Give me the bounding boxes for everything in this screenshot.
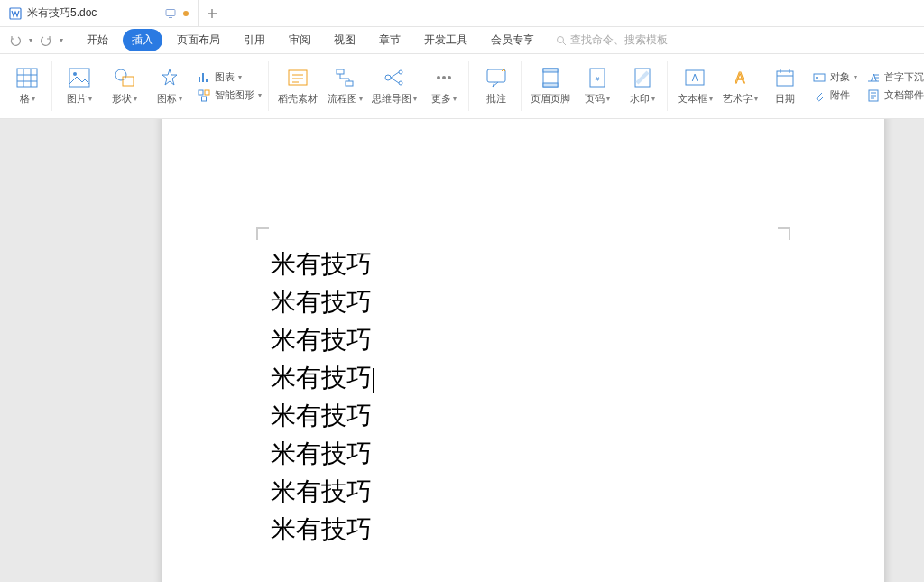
smartart-button[interactable]: 智能图形▾ — [197, 88, 262, 103]
document-line[interactable]: 米有技巧 — [271, 245, 776, 283]
menu-review[interactable]: 审阅 — [280, 29, 319, 51]
svg-point-19 — [448, 76, 451, 79]
pagenumber-button[interactable]: # 页码▾ — [579, 67, 615, 106]
watermark-label: 水印 — [630, 92, 650, 106]
document-line[interactable]: 米有技巧 — [271, 321, 776, 359]
ribbon: 格▾ 图片▾ 形状▾ 图标▾ 图表▾ — [0, 54, 924, 119]
flowchart-icon — [332, 67, 357, 88]
ribbon-group-comment: 批注 — [471, 54, 522, 118]
menu-member[interactable]: 会员专享 — [482, 29, 543, 51]
mindmap-label: 思维导图 — [372, 92, 411, 106]
template-icon — [285, 67, 310, 88]
paperclip-icon — [812, 88, 827, 103]
table-label: 格 — [20, 92, 30, 106]
object-button[interactable]: 对象▾ — [812, 70, 857, 85]
menu-chapter[interactable]: 章节 — [370, 29, 410, 51]
attachment-label: 附件 — [830, 88, 850, 102]
page[interactable]: 米有技巧米有技巧米有技巧米有技巧米有技巧米有技巧米有技巧米有技巧 — [162, 119, 884, 582]
calendar-icon — [772, 67, 798, 88]
wordart-label: 艺术字 — [723, 92, 753, 106]
mindmap-button[interactable]: 思维导图▾ — [372, 67, 417, 106]
menu-start[interactable]: 开始 — [78, 29, 117, 51]
document-line[interactable]: 米有技巧 — [271, 473, 776, 511]
pagenumber-label: 页码 — [585, 92, 605, 106]
document-tab[interactable]: 米有技巧5.doc — [0, 0, 199, 26]
document-canvas[interactable]: 米有技巧米有技巧米有技巧米有技巧米有技巧米有技巧米有技巧米有技巧 — [0, 119, 924, 582]
ribbon-group-headerfooter: 页眉页脚 # 页码▾ 水印▾ — [523, 54, 668, 118]
document-line[interactable]: 米有技巧 — [271, 435, 776, 473]
textbox-button[interactable]: A 文本框▾ — [677, 67, 713, 106]
menu-bar: ▾ ▾ 开始 插入 页面布局 引用 审阅 视图 章节 开发工具 会员专享 查找命… — [0, 27, 924, 54]
more-button[interactable]: 更多▾ — [426, 67, 462, 106]
tab-title: 米有技巧5.doc — [27, 5, 97, 21]
svg-rect-4 — [69, 69, 89, 87]
docparts-button[interactable]: 文档部件▾ — [866, 88, 924, 103]
svg-rect-9 — [205, 90, 209, 95]
undo-icon[interactable] — [9, 34, 22, 47]
date-button[interactable]: 日期 — [767, 67, 803, 106]
comment-label: 批注 — [486, 92, 506, 106]
svg-point-18 — [442, 76, 446, 79]
object-label: 对象 — [830, 70, 850, 84]
table-button[interactable]: 格▾ — [9, 67, 45, 106]
svg-rect-1 — [166, 9, 175, 15]
ribbon-group-text: A 文本框▾ A 艺术字▾ 日期 对象▾ — [670, 54, 924, 118]
svg-point-16 — [399, 81, 402, 85]
menu-reference[interactable]: 引用 — [235, 29, 274, 51]
document-line[interactable]: 米有技巧 — [271, 359, 776, 397]
word-doc-icon — [9, 7, 22, 20]
smartart-icon — [197, 88, 211, 103]
search-placeholder: 查找命令、搜索模板 — [570, 32, 668, 48]
icons-label: 图标 — [157, 92, 177, 106]
menu-view[interactable]: 视图 — [325, 29, 365, 51]
text-cursor — [373, 368, 374, 393]
svg-point-15 — [399, 70, 402, 74]
svg-rect-23 — [543, 83, 558, 87]
svg-rect-30 — [777, 71, 793, 86]
textbox-label: 文本框 — [678, 92, 707, 106]
headerfooter-button[interactable]: 页眉页脚 — [531, 67, 570, 106]
chart-label: 图表 — [215, 70, 235, 84]
ribbon-group-illustrations: 图片▾ 形状▾ 图标▾ 图表▾ 智 — [54, 54, 269, 118]
command-search[interactable]: 查找命令、搜索模板 — [556, 32, 668, 48]
mindmap-icon — [382, 67, 407, 88]
document-body[interactable]: 米有技巧米有技巧米有技巧米有技巧米有技巧米有技巧米有技巧米有技巧 — [271, 245, 776, 549]
flowchart-button[interactable]: 流程图▾ — [327, 67, 363, 106]
menu-insert[interactable]: 插入 — [123, 29, 162, 51]
svg-rect-20 — [487, 69, 505, 82]
monitor-icon[interactable] — [165, 8, 176, 19]
watermark-button[interactable]: 水印▾ — [624, 67, 661, 106]
new-tab-button[interactable] — [199, 0, 226, 26]
dropcap-button[interactable]: A 首字下沉 — [866, 70, 924, 85]
margin-mark-right — [778, 227, 790, 240]
docparts-icon — [866, 88, 881, 103]
svg-point-2 — [558, 36, 564, 42]
redo-dropdown-icon[interactable]: ▾ — [60, 36, 63, 44]
picture-label: 图片 — [67, 92, 87, 106]
shape-button[interactable]: 形状▾ — [106, 67, 143, 106]
menu-devtools[interactable]: 开发工具 — [415, 29, 476, 51]
document-line[interactable]: 米有技巧 — [271, 511, 776, 549]
svg-point-5 — [73, 72, 77, 76]
menu-pagelayout[interactable]: 页面布局 — [168, 29, 229, 51]
ribbon-group-docer: 稻壳素材 流程图▾ 思维导图▾ 更多▾ — [271, 54, 469, 118]
svg-rect-10 — [202, 97, 207, 101]
svg-point-17 — [437, 76, 440, 79]
svg-rect-22 — [543, 69, 558, 72]
svg-point-6 — [116, 69, 126, 80]
docparts-label: 文档部件 — [884, 88, 924, 102]
smartart-label: 智能图形 — [215, 88, 254, 102]
chart-button[interactable]: 图表▾ — [197, 70, 262, 85]
doke-button[interactable]: 稻壳素材 — [278, 67, 318, 106]
picture-button[interactable]: 图片▾ — [61, 67, 97, 106]
comment-button[interactable]: 批注 — [478, 67, 514, 106]
undo-dropdown-icon[interactable]: ▾ — [29, 36, 32, 44]
icons-button[interactable]: 图标▾ — [152, 67, 188, 106]
attachment-button[interactable]: 附件 — [812, 88, 857, 103]
document-line[interactable]: 米有技巧 — [271, 283, 776, 321]
shape-icon — [112, 67, 137, 88]
more-label: 更多 — [431, 92, 451, 106]
wordart-button[interactable]: A 艺术字▾ — [722, 67, 758, 106]
document-line[interactable]: 米有技巧 — [271, 397, 776, 435]
redo-icon[interactable] — [40, 34, 52, 47]
